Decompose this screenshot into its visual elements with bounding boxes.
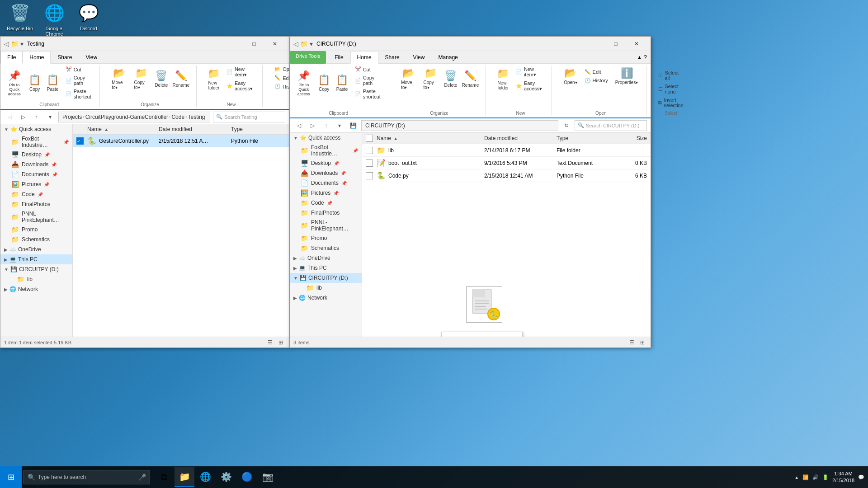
lib-checkbox[interactable] <box>366 147 373 154</box>
tab-home-1[interactable]: Home <box>23 51 51 64</box>
view-details-btn-1[interactable]: ☰ <box>265 338 274 347</box>
tab-share-2[interactable]: Share <box>378 51 406 64</box>
sidebar-item-lib-2[interactable]: 📁 lib <box>290 283 362 293</box>
file-row-lib[interactable]: 📁 lib 2/14/2018 6:17 PM File folder <box>362 144 651 157</box>
col-header-date-1[interactable]: Date modified <box>159 126 231 132</box>
paste-button-1[interactable]: 📋 Paste <box>45 72 61 94</box>
notification-icon[interactable]: 💬 <box>858 474 864 480</box>
desktop-icon-recycle-bin[interactable]: 🗑️ Recycle Bin <box>2 0 38 33</box>
maximize-button-2[interactable]: □ <box>605 37 626 51</box>
view-tiles-btn-2[interactable]: ⊞ <box>638 338 647 347</box>
minimize-button-1[interactable]: ─ <box>223 37 244 51</box>
sidebar-item-desktop-2[interactable]: 🖥️ Desktop 📌 <box>290 158 362 168</box>
sidebar-item-pnnl-2[interactable]: 📁 PNNL-PinkElephant… <box>290 218 362 233</box>
boot-checkbox[interactable] <box>366 160 373 167</box>
tab-view-2[interactable]: View <box>406 51 432 64</box>
up-button-2[interactable]: ↑ <box>321 120 331 131</box>
sidebar-network-2[interactable]: ▶ 🌐 Network <box>290 293 362 303</box>
copy-button-1[interactable]: 📋 Copy <box>27 72 43 94</box>
ribbon-expand-icon[interactable]: ▲ <box>637 54 642 61</box>
tab-file-2[interactable]: File <box>328 51 350 64</box>
search-box-2[interactable]: 🔍 Search CIRCUITPY (D:) <box>575 120 647 131</box>
ribbon-help-icon[interactable]: ? <box>644 54 647 61</box>
sidebar-circuitpy-2[interactable]: ▼ 💾 CIRCUITPY (D:) <box>290 273 362 283</box>
paste-shortcut-button-1[interactable]: 📄 Paste shortcut <box>63 88 94 100</box>
down-icon-2[interactable]: ▾ <box>310 40 313 47</box>
delete-button-1[interactable]: 🗑️ Delete <box>153 68 170 89</box>
rename-button-2[interactable]: ✏️ Rename <box>461 68 480 89</box>
sidebar-network-1[interactable]: ▶ 🌐 Network <box>0 284 72 294</box>
path-circuitpy[interactable]: CIRCUITPY (D:) <box>365 122 405 129</box>
sidebar-item-finalphotos-2[interactable]: 📁 FinalPhotos <box>290 208 362 218</box>
path-testing[interactable]: Testing <box>188 114 205 120</box>
col-header-name-1[interactable]: Name ▲ <box>87 126 159 132</box>
history-button-2[interactable]: 🕐 History <box>582 77 611 84</box>
sidebar-item-desktop-1[interactable]: 🖥️ Desktop 📌 <box>0 150 72 160</box>
mic-icon[interactable]: 🎤 <box>138 474 146 481</box>
tab-manage-2[interactable]: Manage <box>431 51 464 64</box>
sidebar-item-pnnl-1[interactable]: 📁 PNNL-PinkElephant… <box>0 209 72 225</box>
sidebar-quickaccess-2[interactable]: ▼ ⭐ Quick access <box>290 133 362 143</box>
sidebar-item-promo-2[interactable]: 📁 Promo <box>290 233 362 243</box>
file-checkbox-gesture[interactable]: ✓ <box>76 137 84 145</box>
file-row-code-py[interactable]: 🐍 Code.py 2/15/2018 12:41 AM Python File… <box>362 169 651 182</box>
sidebar-item-finalphotos-1[interactable]: 📁 FinalPhotos <box>0 199 72 209</box>
path-circuitplayground[interactable]: CircuitPlayground-GameController <box>85 114 168 120</box>
back-icon-2[interactable]: ◁ <box>293 40 298 47</box>
back-button-1[interactable]: ◁ <box>4 112 15 122</box>
cut-button-2[interactable]: ✂️ Cut <box>352 66 384 73</box>
chrome-taskbar-btn[interactable]: 🌐 <box>195 467 215 487</box>
new-item-button-1[interactable]: 📄 New item▾ <box>224 66 257 79</box>
sidebar-item-foxbot-2[interactable]: 📁 FoxBot Industrie… 📌 <box>290 143 362 158</box>
open-button-2[interactable]: 📂 Open▾ <box>561 66 580 87</box>
copy-to-button-2[interactable]: 📁 Copy to▾ <box>420 66 440 92</box>
address-path-2[interactable]: CIRCUITPY (D:) <box>361 120 558 131</box>
sidebar-onedrive-1[interactable]: ▶ ☁️ OneDrive <box>0 244 72 254</box>
path-projects[interactable]: Projects <box>62 114 82 120</box>
path-code[interactable]: Code <box>171 114 184 120</box>
back-button-2[interactable]: ◁ <box>293 120 304 131</box>
copy-to-button-1[interactable]: 📁 Copy to▾ <box>131 66 151 92</box>
view-tiles-btn-1[interactable]: ⊞ <box>276 338 285 347</box>
drive-tools-tab[interactable]: Drive Tools <box>290 51 326 64</box>
minimize-button-2[interactable]: ─ <box>585 37 605 51</box>
view-details-btn-2[interactable]: ☰ <box>627 338 636 347</box>
col-header-type-2[interactable]: Type <box>557 135 611 141</box>
sidebar-quickaccess-1[interactable]: ▼ ⭐ Quick access <box>0 124 72 134</box>
rename-button-1[interactable]: ✏️ Rename <box>171 68 191 89</box>
recent-button-1[interactable]: ▾ <box>45 112 56 122</box>
tab-file-1[interactable]: File <box>0 51 23 64</box>
delete-button-2[interactable]: 🗑️ Delete <box>443 68 459 89</box>
paste-button-2[interactable]: 📋 Paste <box>334 72 350 94</box>
sidebar-thispc-2[interactable]: ▶ 💻 This PC <box>290 263 362 273</box>
close-button-1[interactable]: ✕ <box>264 37 285 51</box>
sidebar-thispc-1[interactable]: ▶ 💻 This PC <box>0 254 72 264</box>
wifi-icon[interactable]: 📶 <box>802 474 809 480</box>
easy-access-button-1[interactable]: ⭐ Easy access▾ <box>224 80 257 93</box>
move-to-button-2[interactable]: 📂 Move to▾ <box>398 66 419 92</box>
sidebar-item-documents-2[interactable]: 📄 Documents 📌 <box>290 178 362 188</box>
sidebar-item-promo-1[interactable]: 📁 Promo <box>0 225 72 235</box>
sidebar-item-code-2[interactable]: 📁 Code 📌 <box>290 198 362 208</box>
sidebar-item-downloads-1[interactable]: 📥 Downloads 📌 <box>0 160 72 169</box>
pin-to-quick-access-button-1[interactable]: 📌 Pin to Quickaccess <box>4 68 25 98</box>
file-explorer-taskbar-btn[interactable]: 📁 <box>175 467 194 487</box>
copy-path-button-2[interactable]: 📄 Copy path <box>352 74 384 87</box>
system-tray-expand[interactable]: ▲ <box>794 475 799 480</box>
paste-shortcut-button-2[interactable]: 📄 Paste shortcut <box>352 88 384 100</box>
quick-access-down-icon[interactable]: ▾ <box>20 40 24 47</box>
edit-button-2[interactable]: ✏️ Edit <box>582 68 611 76</box>
col-header-date-2[interactable]: Date modified <box>484 135 557 141</box>
easy-access-button-2[interactable]: ⭐ Easy access▾ <box>513 80 546 93</box>
refresh-button-2[interactable]: ↻ <box>561 120 572 131</box>
app6-taskbar-btn[interactable]: 📷 <box>258 467 278 487</box>
taskbar-clock[interactable]: 1:34 AM 2/15/2018 <box>832 470 854 484</box>
tab-view-1[interactable]: View <box>79 51 104 64</box>
file-row-boot-out[interactable]: 📝 boot_out.txt 9/1/2016 5:43 PM Text Doc… <box>362 157 651 169</box>
start-button[interactable]: ⊞ <box>0 466 22 488</box>
col-header-size-2[interactable]: Size <box>611 135 647 141</box>
col-header-name-2[interactable]: Name ▲ <box>377 135 484 141</box>
codepy-checkbox[interactable] <box>366 172 373 179</box>
sidebar-item-documents-1[interactable]: 📄 Documents 📌 <box>0 169 72 179</box>
sidebar-item-downloads-2[interactable]: 📥 Downloads 📌 <box>290 168 362 178</box>
